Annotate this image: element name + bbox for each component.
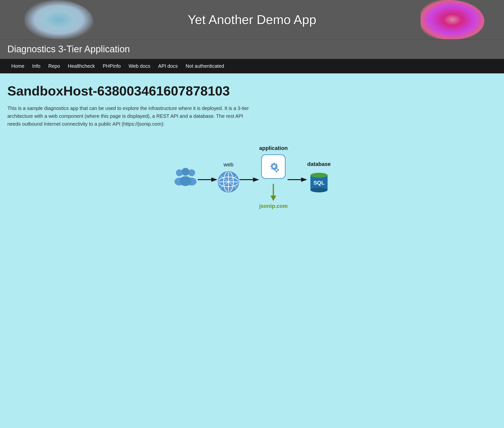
svg-rect-31: [276, 171, 277, 172]
subtitle-bar: Diagnostics 3-Tier Application: [0, 39, 504, 59]
nav-repo[interactable]: Repo: [44, 59, 64, 73]
users-icon: [173, 167, 198, 187]
down-arrow-icon: [270, 184, 277, 201]
nav-phpinfo[interactable]: PHPinfo: [99, 59, 125, 73]
web-node: web: [217, 161, 239, 193]
nav-apidocs[interactable]: API docs: [154, 59, 182, 73]
header-bg-right: [421, 0, 484, 39]
sql-icon: SQL: [308, 170, 330, 194]
users-node: [173, 167, 198, 187]
svg-text:SQL: SQL: [313, 180, 324, 186]
application-node: application: [259, 145, 288, 209]
page-header: Yet Another Demo App: [0, 0, 504, 39]
architecture-diagram: web applic: [7, 140, 497, 229]
down-arrow-container: jsonip.com: [259, 184, 288, 209]
application-label: application: [259, 145, 288, 151]
svg-rect-23: [276, 165, 278, 167]
svg-rect-30: [276, 167, 277, 169]
svg-rect-22: [271, 165, 272, 167]
nav-healthcheck[interactable]: Healthcheck: [64, 59, 99, 73]
globe-icon: [217, 171, 239, 193]
main-nav: Home Info Repo Healthcheck PHPinfo Web d…: [0, 59, 504, 73]
svg-point-29: [276, 169, 278, 171]
svg-marker-17: [253, 177, 259, 182]
nav-info[interactable]: Info: [28, 59, 44, 73]
nav-webdocs[interactable]: Web docs: [125, 59, 154, 73]
arrow-3: [288, 176, 307, 183]
svg-rect-20: [273, 163, 275, 164]
svg-point-39: [310, 173, 328, 178]
svg-point-4: [182, 168, 189, 176]
arrow-1: [198, 176, 217, 183]
svg-marker-35: [270, 196, 276, 201]
svg-rect-33: [278, 169, 279, 171]
header-bg-left: [25, 0, 93, 39]
hostname: SandboxHost-638003461607878103: [7, 83, 497, 98]
svg-rect-32: [274, 169, 275, 171]
database-node: database SQL: [307, 161, 331, 194]
page-subtitle: Diagnostics 3-Tier Application: [7, 44, 497, 54]
svg-point-19: [273, 165, 276, 168]
web-label: web: [224, 161, 233, 168]
nav-auth-status[interactable]: Not authenticated: [182, 59, 228, 73]
svg-marker-37: [301, 177, 307, 182]
arrow-2: [239, 176, 259, 183]
app-title: Yet Another Demo App: [188, 12, 316, 27]
jsonip-label: jsonip.com: [259, 203, 288, 209]
database-label: database: [307, 161, 331, 167]
svg-marker-7: [211, 177, 217, 182]
svg-point-40: [310, 187, 328, 192]
svg-point-5: [180, 176, 191, 186]
gears-icon: [264, 158, 283, 176]
main-content: SandboxHost-638003461607878103 This is a…: [0, 73, 504, 244]
app-box: [261, 154, 286, 179]
nav-home[interactable]: Home: [7, 59, 28, 73]
description-text: This is a sample diagnostics app that ca…: [7, 104, 253, 128]
